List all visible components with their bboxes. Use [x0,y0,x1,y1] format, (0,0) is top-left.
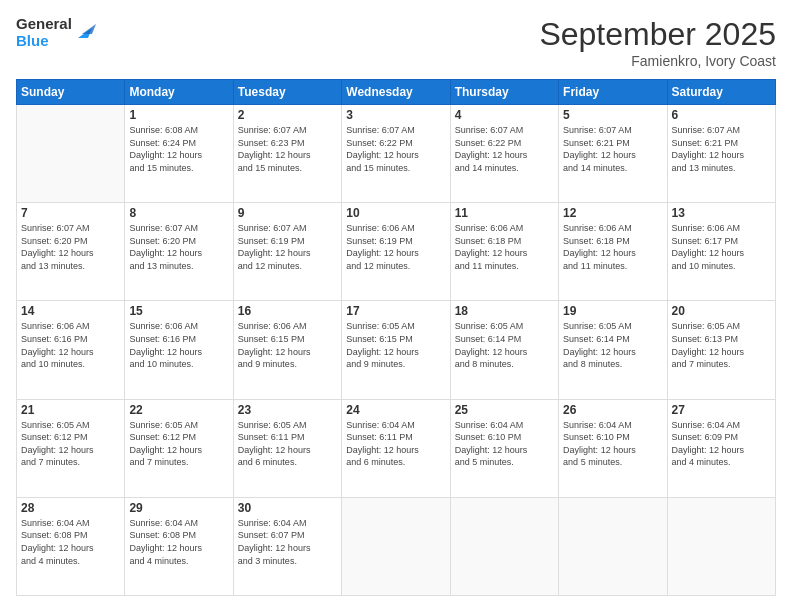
day-info: Sunrise: 6:07 AMSunset: 6:23 PMDaylight:… [238,124,337,174]
day-info: Sunrise: 6:05 AMSunset: 6:12 PMDaylight:… [21,419,120,469]
day-info: Sunrise: 6:06 AMSunset: 6:15 PMDaylight:… [238,320,337,370]
calendar-day-cell: 8Sunrise: 6:07 AMSunset: 6:20 PMDaylight… [125,203,233,301]
calendar-day-cell: 21Sunrise: 6:05 AMSunset: 6:12 PMDayligh… [17,399,125,497]
day-info: Sunrise: 6:05 AMSunset: 6:14 PMDaylight:… [455,320,554,370]
calendar-day-cell [559,497,667,595]
calendar-day-cell: 18Sunrise: 6:05 AMSunset: 6:14 PMDayligh… [450,301,558,399]
day-info: Sunrise: 6:07 AMSunset: 6:19 PMDaylight:… [238,222,337,272]
calendar-day-cell: 12Sunrise: 6:06 AMSunset: 6:18 PMDayligh… [559,203,667,301]
calendar-day-cell: 16Sunrise: 6:06 AMSunset: 6:15 PMDayligh… [233,301,341,399]
day-info: Sunrise: 6:04 AMSunset: 6:08 PMDaylight:… [129,517,228,567]
day-number: 22 [129,403,228,417]
calendar-day-cell: 13Sunrise: 6:06 AMSunset: 6:17 PMDayligh… [667,203,775,301]
day-number: 28 [21,501,120,515]
day-number: 1 [129,108,228,122]
day-info: Sunrise: 6:06 AMSunset: 6:18 PMDaylight:… [455,222,554,272]
day-info: Sunrise: 6:05 AMSunset: 6:12 PMDaylight:… [129,419,228,469]
calendar-day-cell: 27Sunrise: 6:04 AMSunset: 6:09 PMDayligh… [667,399,775,497]
calendar-day-cell: 3Sunrise: 6:07 AMSunset: 6:22 PMDaylight… [342,105,450,203]
day-number: 13 [672,206,771,220]
calendar-day-cell [342,497,450,595]
logo-arrow-icon [74,20,96,42]
day-number: 3 [346,108,445,122]
day-number: 14 [21,304,120,318]
day-number: 5 [563,108,662,122]
day-number: 26 [563,403,662,417]
calendar-weekday-header: Saturday [667,80,775,105]
day-info: Sunrise: 6:06 AMSunset: 6:17 PMDaylight:… [672,222,771,272]
day-info: Sunrise: 6:07 AMSunset: 6:21 PMDaylight:… [672,124,771,174]
day-number: 11 [455,206,554,220]
logo-wordmark: General Blue [16,16,96,49]
month-year-title: September 2025 [539,16,776,53]
day-number: 27 [672,403,771,417]
calendar-weekday-header: Wednesday [342,80,450,105]
day-info: Sunrise: 6:06 AMSunset: 6:16 PMDaylight:… [21,320,120,370]
day-info: Sunrise: 6:04 AMSunset: 6:09 PMDaylight:… [672,419,771,469]
day-number: 20 [672,304,771,318]
day-number: 16 [238,304,337,318]
calendar-table: SundayMondayTuesdayWednesdayThursdayFrid… [16,79,776,596]
calendar-week-row: 1Sunrise: 6:08 AMSunset: 6:24 PMDaylight… [17,105,776,203]
calendar-day-cell: 20Sunrise: 6:05 AMSunset: 6:13 PMDayligh… [667,301,775,399]
day-number: 10 [346,206,445,220]
calendar-week-row: 28Sunrise: 6:04 AMSunset: 6:08 PMDayligh… [17,497,776,595]
day-info: Sunrise: 6:05 AMSunset: 6:13 PMDaylight:… [672,320,771,370]
day-info: Sunrise: 6:04 AMSunset: 6:08 PMDaylight:… [21,517,120,567]
day-number: 7 [21,206,120,220]
calendar-day-cell: 6Sunrise: 6:07 AMSunset: 6:21 PMDaylight… [667,105,775,203]
day-info: Sunrise: 6:07 AMSunset: 6:20 PMDaylight:… [129,222,228,272]
calendar-day-cell: 23Sunrise: 6:05 AMSunset: 6:11 PMDayligh… [233,399,341,497]
calendar-weekday-header: Friday [559,80,667,105]
calendar-weekday-header: Thursday [450,80,558,105]
day-info: Sunrise: 6:06 AMSunset: 6:19 PMDaylight:… [346,222,445,272]
calendar-day-cell: 25Sunrise: 6:04 AMSunset: 6:10 PMDayligh… [450,399,558,497]
calendar-header-row: SundayMondayTuesdayWednesdayThursdayFrid… [17,80,776,105]
calendar-day-cell: 24Sunrise: 6:04 AMSunset: 6:11 PMDayligh… [342,399,450,497]
day-info: Sunrise: 6:05 AMSunset: 6:11 PMDaylight:… [238,419,337,469]
day-info: Sunrise: 6:07 AMSunset: 6:22 PMDaylight:… [455,124,554,174]
calendar-day-cell: 1Sunrise: 6:08 AMSunset: 6:24 PMDaylight… [125,105,233,203]
calendar-day-cell [667,497,775,595]
day-number: 9 [238,206,337,220]
day-info: Sunrise: 6:07 AMSunset: 6:22 PMDaylight:… [346,124,445,174]
day-number: 17 [346,304,445,318]
calendar-weekday-header: Tuesday [233,80,341,105]
day-info: Sunrise: 6:06 AMSunset: 6:18 PMDaylight:… [563,222,662,272]
svg-marker-1 [82,24,96,34]
day-number: 2 [238,108,337,122]
calendar-day-cell: 29Sunrise: 6:04 AMSunset: 6:08 PMDayligh… [125,497,233,595]
calendar-day-cell: 30Sunrise: 6:04 AMSunset: 6:07 PMDayligh… [233,497,341,595]
calendar-day-cell: 22Sunrise: 6:05 AMSunset: 6:12 PMDayligh… [125,399,233,497]
logo: General Blue [16,16,96,49]
day-number: 8 [129,206,228,220]
page: General Blue September 2025 Famienkro, I… [0,0,792,612]
calendar-day-cell: 10Sunrise: 6:06 AMSunset: 6:19 PMDayligh… [342,203,450,301]
header: General Blue September 2025 Famienkro, I… [16,16,776,69]
day-info: Sunrise: 6:07 AMSunset: 6:20 PMDaylight:… [21,222,120,272]
day-number: 15 [129,304,228,318]
day-number: 18 [455,304,554,318]
calendar-day-cell: 15Sunrise: 6:06 AMSunset: 6:16 PMDayligh… [125,301,233,399]
day-number: 21 [21,403,120,417]
calendar-weekday-header: Monday [125,80,233,105]
day-number: 4 [455,108,554,122]
title-section: September 2025 Famienkro, Ivory Coast [539,16,776,69]
day-info: Sunrise: 6:05 AMSunset: 6:14 PMDaylight:… [563,320,662,370]
day-info: Sunrise: 6:08 AMSunset: 6:24 PMDaylight:… [129,124,228,174]
day-info: Sunrise: 6:04 AMSunset: 6:10 PMDaylight:… [563,419,662,469]
day-number: 23 [238,403,337,417]
logo-line2: Blue [16,33,72,50]
calendar-day-cell: 5Sunrise: 6:07 AMSunset: 6:21 PMDaylight… [559,105,667,203]
day-number: 6 [672,108,771,122]
day-info: Sunrise: 6:05 AMSunset: 6:15 PMDaylight:… [346,320,445,370]
calendar-day-cell: 14Sunrise: 6:06 AMSunset: 6:16 PMDayligh… [17,301,125,399]
calendar-day-cell: 4Sunrise: 6:07 AMSunset: 6:22 PMDaylight… [450,105,558,203]
day-number: 12 [563,206,662,220]
day-info: Sunrise: 6:04 AMSunset: 6:10 PMDaylight:… [455,419,554,469]
day-info: Sunrise: 6:04 AMSunset: 6:07 PMDaylight:… [238,517,337,567]
calendar-day-cell: 28Sunrise: 6:04 AMSunset: 6:08 PMDayligh… [17,497,125,595]
logo-line1: General [16,16,72,33]
day-info: Sunrise: 6:07 AMSunset: 6:21 PMDaylight:… [563,124,662,174]
location-subtitle: Famienkro, Ivory Coast [539,53,776,69]
